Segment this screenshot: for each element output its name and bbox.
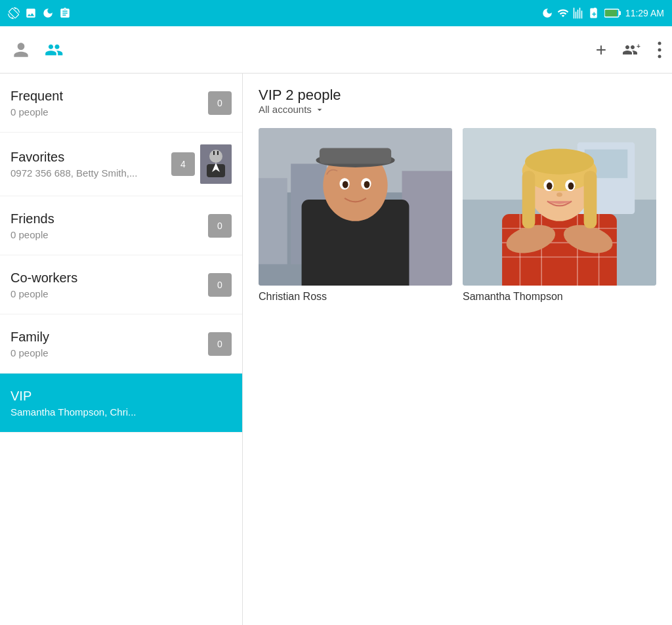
right-panel: VIP 2 people All accounts [243,74,672,625]
svg-point-48 [547,183,553,190]
chevron-down-icon [314,104,325,115]
sidebar-item-favorites-title: Favorites [10,150,166,165]
svg-rect-11 [213,151,215,155]
sidebar-item-friends-badge: 0 [208,214,232,238]
add-contact-button[interactable]: + [596,39,606,60]
status-bar: 11:29 AM [0,0,672,26]
battery-saver-icon [589,7,600,19]
sidebar-item-family-badge: 0 [208,332,232,356]
svg-rect-15 [259,178,287,264]
contacts-grid: Christian Ross [259,128,656,303]
screen-rotate-icon [8,7,20,19]
more-options-button[interactable] [658,41,662,59]
sidebar-item-frequent[interactable]: Frequent 0 people 0 [0,74,242,133]
sidebar-item-friends-subtitle: 0 people [10,229,203,240]
svg-rect-2 [619,11,621,15]
sidebar-item-coworkers-text: Co-workers 0 people [10,270,203,299]
add-group-button[interactable]: + [622,41,642,59]
contact-name-christian-ross: Christian Ross [259,291,452,303]
sidebar-item-friends-title: Friends [10,211,203,226]
svg-point-45 [525,149,594,175]
sidebar-item-family-subtitle: 0 people [10,347,203,358]
moon-icon-left [42,7,54,19]
sidebar-item-coworkers[interactable]: Co-workers 0 people 0 [0,255,242,314]
svg-point-8 [209,150,222,163]
moon-icon-right [541,7,553,19]
group-tab-icon[interactable] [45,39,70,60]
sidebar-item-coworkers-title: Co-workers [10,270,203,286]
svg-rect-12 [217,151,219,155]
svg-point-25 [343,181,348,188]
contact-photo-samantha-thompson [463,128,656,286]
signal-icon [573,7,585,19]
svg-rect-17 [402,171,452,286]
clipboard-icon [59,7,71,19]
svg-rect-1 [605,10,617,16]
sidebar-item-friends[interactable]: Friends 0 people 0 [0,196,242,255]
panel-subtitle-accounts[interactable]: All accounts [259,104,656,115]
toolbar-left [10,39,583,60]
contact-name-samantha-thompson: Samantha Thompson [463,291,656,303]
sidebar-item-friends-text: Friends 0 people [10,211,203,240]
svg-point-26 [364,181,370,188]
svg-point-6 [658,54,662,58]
sidebar-item-frequent-badge: 0 [208,91,232,115]
sidebar-item-frequent-text: Frequent 0 people [10,89,203,118]
person-tab-icon[interactable] [10,39,32,60]
time-display: 11:29 AM [625,8,664,18]
sidebar-item-frequent-title: Frequent [10,89,203,104]
contact-card-christian-ross[interactable]: Christian Ross [259,128,452,303]
svg-point-49 [568,183,574,190]
sidebar-item-family-title: Family [10,330,203,345]
sidebar-item-coworkers-subtitle: 0 people [10,288,203,299]
sidebar-item-favorites-subtitle: 0972 356 688, Betty Smith,... [10,167,166,179]
image-icon [25,7,37,19]
svg-rect-43 [522,171,536,228]
svg-point-5 [658,48,662,51]
svg-point-4 [658,41,662,45]
sidebar-item-family[interactable]: Family 0 people 0 [0,314,242,374]
battery-icon [604,8,621,18]
toolbar-right: + + [596,39,662,60]
contact-photo-christian-ross [259,128,452,286]
contact-card-samantha-thompson[interactable]: Samantha Thompson [463,128,656,303]
sidebar-item-vip-title: VIP [10,389,232,404]
all-accounts-label: All accounts [259,104,312,115]
toolbar: + + [0,26,672,74]
status-bar-right-icons: 11:29 AM [541,7,664,19]
panel-header: VIP 2 people All accounts [259,87,656,115]
sidebar-item-frequent-subtitle: 0 people [10,106,203,118]
sidebar: Frequent 0 people 0 Favorites 0972 356 6… [0,74,243,625]
sidebar-item-coworkers-badge: 0 [208,273,232,297]
sidebar-item-family-text: Family 0 people [10,330,203,358]
svg-text:+: + [637,43,640,50]
panel-title: VIP 2 people [259,87,656,104]
svg-rect-22 [320,148,391,163]
main-content: Frequent 0 people 0 Favorites 0972 356 6… [0,74,672,625]
sidebar-item-vip[interactable]: VIP Samantha Thompson, Chri... [0,374,242,433]
sidebar-item-favorites[interactable]: Favorites 0972 356 688, Betty Smith,... … [0,133,242,196]
sidebar-item-favorites-text: Favorites 0972 356 688, Betty Smith,... [10,150,166,179]
favorites-thumbnail [200,144,232,184]
svg-rect-44 [584,171,597,228]
sidebar-item-vip-text: VIP Samantha Thompson, Chri... [10,389,232,418]
svg-point-50 [556,192,562,197]
sidebar-item-vip-subtitle: Samantha Thompson, Chri... [10,406,232,418]
sidebar-item-favorites-badge: 4 [171,152,195,176]
status-bar-left-icons [8,7,71,19]
wifi-icon [557,7,569,19]
